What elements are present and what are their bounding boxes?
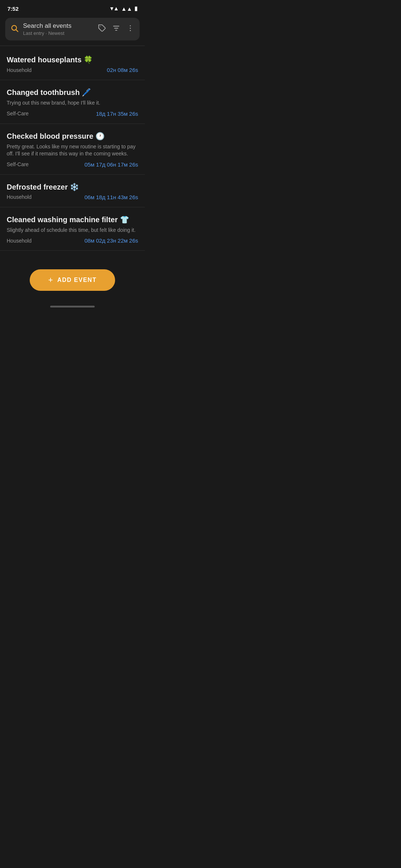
event-time-cleaned-washing-machine-filter: 08м02д23н22м26s (84, 237, 138, 244)
event-note-checked-blood-pressure: Pretty great. Looks like my new routine … (7, 143, 138, 158)
time-unit: 05м (84, 161, 94, 168)
time-unit: 35м (118, 111, 128, 117)
time-unit: 06м (84, 194, 94, 200)
time-unit: 17н (107, 111, 116, 117)
time-unit: 08м (84, 237, 94, 244)
event-item-defrosted-freezer[interactable]: Defrosted freezer ❄️Household06м18д11н43… (0, 175, 145, 207)
wifi-icon: ▾▲ (110, 5, 119, 12)
search-text: Search all events Last entry · Newest (23, 22, 94, 36)
time-unit: 02д (96, 237, 105, 244)
search-actions (98, 24, 134, 34)
svg-point-6 (130, 25, 131, 26)
add-event-plus-icon: + (48, 276, 53, 284)
filter-icon[interactable] (112, 24, 120, 34)
event-item-watered-houseplants[interactable]: Watered houseplants 🍀Household02н08м26s (0, 47, 145, 80)
event-time-defrosted-freezer: 06м18д11н43м26s (84, 194, 138, 200)
event-title-defrosted-freezer: Defrosted freezer ❄️ (7, 182, 138, 192)
event-footer-watered-houseplants: Household02н08м26s (7, 67, 138, 73)
battery-icon: ▮ (134, 5, 137, 12)
status-time: 7:52 (7, 6, 19, 12)
add-event-section: + ADD EVENT (0, 251, 145, 306)
event-category-changed-toothbrush: Self-Care (7, 111, 29, 116)
event-item-checked-blood-pressure[interactable]: Checked blood pressure 🕐Pretty great. Lo… (0, 124, 145, 175)
event-footer-checked-blood-pressure: Self-Care05м17д06н17м26s (7, 161, 138, 168)
event-note-cleaned-washing-machine-filter: Slightly ahead of schedule this time, bu… (7, 227, 138, 234)
time-unit: 18д (96, 194, 105, 200)
event-footer-defrosted-freezer: Household06м18д11н43м26s (7, 194, 138, 200)
search-bar[interactable]: Search all events Last entry · Newest (5, 18, 140, 40)
event-time-changed-toothbrush: 18д17н35м26s (96, 111, 138, 117)
event-category-checked-blood-pressure: Self-Care (7, 161, 29, 167)
status-bar: 7:52 ▾▲ ▲▲ ▮ (0, 0, 145, 15)
event-item-changed-toothbrush[interactable]: Changed toothbrush 🖊️Trying out this new… (0, 80, 145, 124)
time-unit: 26s (129, 161, 138, 168)
add-event-button[interactable]: + ADD EVENT (30, 269, 115, 291)
time-unit: 02н (107, 67, 116, 73)
event-item-cleaned-washing-machine-filter[interactable]: Cleaned washing machine filter 👕Slightly… (0, 207, 145, 251)
time-unit: 26s (129, 237, 138, 244)
event-category-cleaned-washing-machine-filter: Household (7, 238, 32, 244)
event-footer-changed-toothbrush: Self-Care18д17н35м26s (7, 111, 138, 117)
tag-icon[interactable] (98, 24, 106, 34)
time-unit: 06н (107, 161, 116, 168)
event-title-changed-toothbrush: Changed toothbrush 🖊️ (7, 88, 138, 97)
search-main-label: Search all events (23, 22, 94, 30)
home-bar (50, 306, 95, 308)
event-list: Watered houseplants 🍀Household02н08м26sC… (0, 46, 145, 251)
event-time-checked-blood-pressure: 05м17д06н17м26s (84, 161, 138, 168)
home-indicator (0, 306, 145, 313)
signal-icon: ▲▲ (121, 6, 132, 12)
time-unit: 18д (96, 111, 105, 117)
search-icon (10, 24, 19, 34)
event-title-checked-blood-pressure: Checked blood pressure 🕐 (7, 131, 138, 141)
time-unit: 26s (129, 111, 138, 117)
status-icons: ▾▲ ▲▲ ▮ (110, 5, 137, 12)
time-unit: 17д (96, 161, 105, 168)
event-title-cleaned-washing-machine-filter: Cleaned washing machine filter 👕 (7, 215, 138, 224)
event-note-changed-toothbrush: Trying out this new brand, hope I'll lik… (7, 99, 138, 107)
event-category-watered-houseplants: Household (7, 67, 32, 73)
svg-line-1 (16, 30, 18, 32)
event-footer-cleaned-washing-machine-filter: Household08м02д23н22м26s (7, 237, 138, 244)
svg-point-7 (130, 28, 131, 29)
time-unit: 17м (118, 161, 128, 168)
time-unit: 08м (118, 67, 128, 73)
event-category-defrosted-freezer: Household (7, 194, 32, 200)
event-time-watered-houseplants: 02н08м26s (107, 67, 138, 73)
time-unit: 22м (118, 237, 128, 244)
event-title-watered-houseplants: Watered houseplants 🍀 (7, 55, 138, 65)
add-event-label: ADD EVENT (57, 277, 97, 283)
svg-point-8 (130, 30, 131, 31)
time-unit: 26s (129, 194, 138, 200)
search-sub-label: Last entry · Newest (23, 30, 94, 36)
more-icon[interactable] (126, 24, 134, 34)
time-unit: 26s (129, 67, 138, 73)
time-unit: 11н (107, 194, 116, 200)
time-unit: 43м (118, 194, 128, 200)
time-unit: 23н (107, 237, 116, 244)
